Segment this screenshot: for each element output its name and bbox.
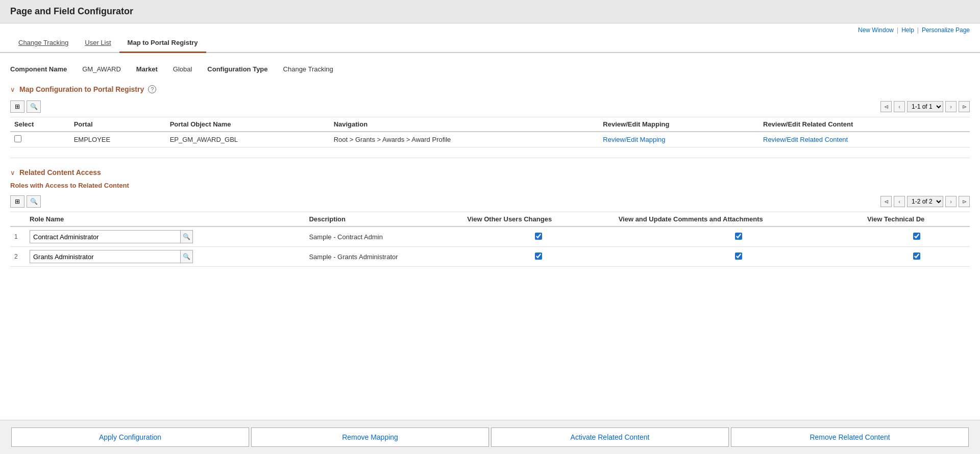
roles-row1-view-update-checkbox[interactable]	[735, 233, 742, 240]
apply-configuration-button[interactable]: Apply Configuration	[11, 427, 249, 447]
roles-table: Role Name Description View Other Users C…	[10, 212, 970, 267]
section-divider-1	[10, 158, 970, 158]
roles-row1-view-technical-checkbox[interactable]	[913, 233, 920, 240]
main-content: Component Name GM_AWARD Market Global Co…	[0, 53, 980, 420]
roles-row2-view-technical-checkbox[interactable]	[913, 253, 920, 260]
remove-mapping-button[interactable]: Remove Mapping	[251, 427, 489, 447]
roles-row1-role-name: 🔍	[26, 226, 305, 247]
roles-pagination: ⊲ ‹ 1-2 of 2 › ⊳	[880, 196, 970, 207]
roles-row1-role-input[interactable]	[30, 232, 180, 242]
roles-row1-view-technical	[863, 226, 970, 247]
roles-table-toolbar: ⊞ 🔍 ⊲ ‹ 1-2 of 2 › ⊳	[10, 193, 970, 210]
config-type-label: Configuration Type	[207, 65, 267, 73]
grid-icon: ⊞	[15, 103, 20, 110]
map-search-button[interactable]: 🔍	[27, 100, 41, 113]
roles-row1-view-other-checkbox[interactable]	[535, 233, 542, 240]
map-pagination: ⊲ ‹ 1-1 of 1 › ⊳	[880, 101, 970, 112]
map-section-header: ∨ Map Configuration to Portal Registry ?	[10, 85, 970, 93]
roles-page-select[interactable]: 1-2 of 2	[907, 196, 943, 207]
map-row-checkbox[interactable]	[14, 135, 21, 142]
roles-grid-view-button[interactable]: ⊞	[10, 195, 24, 208]
roles-row2-view-technical	[863, 247, 970, 267]
roles-row2-view-update-checkbox[interactable]	[735, 253, 742, 260]
map-row-navigation: Root > Grants > Awards > Award Profile	[330, 132, 599, 147]
roles-last-page-button[interactable]: ⊳	[959, 196, 970, 207]
help-link[interactable]: Help	[901, 27, 914, 34]
roles-col-view-other: View Other Users Changes	[463, 212, 614, 227]
roles-search-button[interactable]: 🔍	[27, 195, 41, 208]
component-name-value: GM_AWARD	[82, 65, 121, 73]
tab-map-portal-registry[interactable]: Map to Portal Registry	[119, 34, 206, 53]
roles-next-page-button[interactable]: ›	[945, 196, 957, 207]
roles-prev-page-button[interactable]: ‹	[894, 196, 905, 207]
roles-row1-view-update	[615, 226, 863, 247]
roles-row2-description: Sample - Grants Administrator	[305, 247, 463, 267]
roles-row1-num: 1	[10, 226, 26, 247]
map-next-page-button[interactable]: ›	[945, 101, 957, 112]
roles-row2-num: 2	[10, 247, 26, 267]
map-row-select	[10, 132, 70, 147]
map-page-select[interactable]: 1-1 of 1	[907, 101, 943, 112]
map-section-help-icon[interactable]: ?	[148, 85, 156, 93]
related-content-title: Related Content Access	[19, 168, 101, 176]
related-content-header: ∨ Related Content Access	[10, 168, 970, 176]
grid-icon-2: ⊞	[15, 198, 20, 205]
table-row: 1 🔍 Sample - Contract Admin	[10, 226, 970, 247]
map-table-toolbar: ⊞ 🔍 ⊲ ‹ 1-1 of 1 › ⊳	[10, 98, 970, 115]
component-info-row: Component Name GM_AWARD Market Global Co…	[10, 61, 970, 77]
roles-row2-view-update	[615, 247, 863, 267]
roles-first-page-button[interactable]: ⊲	[880, 196, 892, 207]
map-first-page-button[interactable]: ⊲	[880, 101, 892, 112]
roles-row2-role-name: 🔍	[26, 247, 305, 267]
map-section-title: Map Configuration to Portal Registry	[19, 85, 144, 93]
map-grid-view-button[interactable]: ⊞	[10, 100, 24, 113]
tab-bar: Change Tracking User List Map to Portal …	[0, 34, 980, 53]
roles-row1-view-other	[463, 226, 614, 247]
market-label: Market	[136, 65, 158, 73]
map-last-page-button[interactable]: ⊳	[959, 101, 970, 112]
map-prev-page-button[interactable]: ‹	[894, 101, 905, 112]
related-content-section: ∨ Related Content Access Roles with Acce…	[10, 168, 970, 267]
roles-col-view-technical: View Technical De	[863, 212, 970, 227]
roles-row1-search-btn[interactable]: 🔍	[180, 231, 192, 243]
roles-col-role-name: Role Name	[26, 212, 305, 227]
roles-row2-view-other-checkbox[interactable]	[535, 253, 542, 260]
footer-buttons: Apply Configuration Remove Mapping Activ…	[0, 420, 980, 454]
component-name-label: Component Name	[10, 65, 67, 73]
market-value: Global	[173, 65, 192, 73]
map-section-toggle[interactable]: ∨	[10, 86, 15, 93]
map-col-review-edit-related: Review/Edit Related Content	[759, 117, 970, 132]
search-icon-2: 🔍	[30, 198, 38, 205]
roles-row2-role-input[interactable]	[30, 251, 180, 262]
personalize-link[interactable]: Personalize Page	[922, 27, 970, 34]
roles-row1-description: Sample - Contract Admin	[305, 226, 463, 247]
table-row: 2 🔍 Sample - Grants Administrator	[10, 247, 970, 267]
roles-row2-view-other	[463, 247, 614, 267]
map-col-portal: Portal	[70, 117, 166, 132]
tab-change-tracking[interactable]: Change Tracking	[10, 34, 77, 53]
map-row-review-related: Review/Edit Related Content	[759, 132, 970, 147]
map-col-navigation: Navigation	[330, 117, 599, 132]
remove-related-content-button[interactable]: Remove Related Content	[731, 427, 969, 447]
top-links-bar: New Window | Help | Personalize Page	[0, 23, 980, 34]
table-row: EMPLOYEE EP_GM_AWARD_GBL Root > Grants >…	[10, 132, 970, 147]
activate-related-content-button[interactable]: Activate Related Content	[491, 427, 729, 447]
search-icon: 🔍	[30, 103, 38, 110]
map-table: Select Portal Portal Object Name Navigat…	[10, 117, 970, 147]
roles-col-view-update: View and Update Comments and Attachments	[615, 212, 863, 227]
map-row-portal: EMPLOYEE	[70, 132, 166, 147]
new-window-link[interactable]: New Window	[858, 27, 894, 34]
map-col-select: Select	[10, 117, 70, 132]
map-col-review-edit-mapping: Review/Edit Mapping	[599, 117, 759, 132]
related-content-toggle[interactable]: ∨	[10, 169, 15, 176]
map-row-portal-object-name: EP_GM_AWARD_GBL	[166, 132, 330, 147]
map-row-review-mapping: Review/Edit Mapping	[599, 132, 759, 147]
map-col-portal-object-name: Portal Object Name	[166, 117, 330, 132]
roles-col-description: Description	[305, 212, 463, 227]
roles-col-num	[10, 212, 26, 227]
roles-row2-search-btn[interactable]: 🔍	[180, 250, 192, 263]
tab-user-list[interactable]: User List	[77, 34, 119, 53]
roles-subtitle: Roles with Access to Related Content	[10, 182, 970, 189]
page-title: Page and Field Configurator	[10, 6, 970, 17]
config-type-value: Change Tracking	[283, 65, 333, 73]
